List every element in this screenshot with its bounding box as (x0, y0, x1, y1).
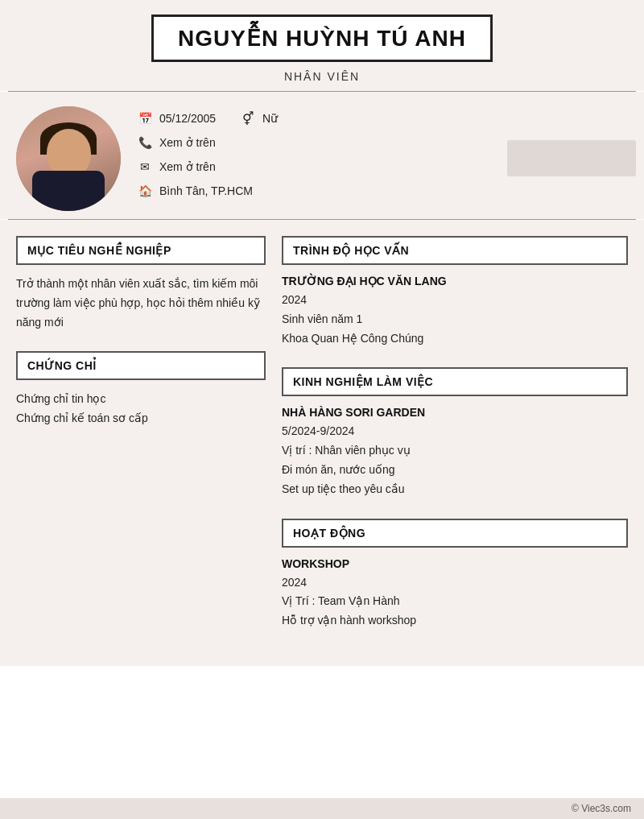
avatar-inner (16, 106, 121, 211)
info-section: 📅 05/12/2005 ⚥ Nữ 📞 Xem ở trên ✉ Xem ở t… (0, 92, 644, 219)
footer-text: © Viec3s.com (572, 803, 631, 814)
activity-role: Vị Trí : Team Vận Hành (282, 592, 628, 611)
career-goal-body: Trở thành một nhân viên xuất sắc, tìm ki… (16, 275, 266, 332)
school-major: Khoa Quan Hệ Công Chúng (282, 329, 628, 349)
certificate-section: CHỨNG CHỈ Chứng chỉ tin học Chứng chỉ kế… (16, 351, 266, 428)
address-icon: 🏠 (137, 183, 153, 199)
experience-header: KINH NGHIỆM LÀM VIỆC (282, 367, 628, 396)
cert-item-1: Chứng chỉ tin học (16, 390, 266, 409)
gender-value: Nữ (262, 112, 278, 125)
avatar-face (47, 129, 91, 177)
activity-section: HOẠT ĐỘNG WORKSHOP 2024 Vị Trí : Team Vậ… (282, 519, 628, 631)
email-icon: ✉ (137, 159, 153, 175)
company-duty-1: Đi món ăn, nước uống (282, 461, 628, 480)
school-name: TRƯỜNG ĐẠI HỌC VĂN LANG (282, 275, 628, 287)
dob-value: 05/12/2005 (159, 112, 216, 125)
school-year: 2024 (282, 291, 628, 310)
address-value: Bình Tân, TP.HCM (159, 184, 253, 197)
candidate-title: NHÂN VIÊN (16, 70, 628, 83)
company-position: Vị trí : Nhân viên phục vụ (282, 441, 628, 461)
main-content: MỤC TIÊU NGHỀ NGHIỆP Trở thành một nhân … (0, 220, 644, 666)
phone-value: Xem ở trên (159, 136, 216, 149)
gender-row: ⚥ Nữ (240, 110, 278, 126)
footer: © Viec3s.com (0, 798, 644, 819)
gender-icon: ⚥ (240, 110, 256, 126)
career-goal-header: MỤC TIÊU NGHỀ NGHIỆP (16, 236, 266, 265)
left-column: MỤC TIÊU NGHỀ NGHIỆP Trở thành một nhân … (16, 236, 282, 650)
avatar-body (32, 171, 105, 211)
phone-icon: 📞 (137, 134, 153, 151)
dob-row: 📅 05/12/2005 (137, 110, 216, 126)
activity-desc: Hỗ trợ vận hành workshop (282, 611, 628, 631)
decorative-box (507, 140, 636, 176)
certificate-header: CHỨNG CHỈ (16, 351, 266, 380)
company-name: NHÀ HÀNG SORI GARDEN (282, 406, 628, 419)
company-duty-2: Set up tiệc theo yêu cầu (282, 480, 628, 499)
calendar-icon: 📅 (137, 110, 153, 126)
activity-year: 2024 (282, 573, 628, 593)
email-value: Xem ở trên (159, 160, 216, 173)
school-level: Sinh viên năm 1 (282, 310, 628, 329)
name-box: NGUYỄN HUỲNH TÚ ANH (151, 14, 493, 62)
cert-item-2: Chứng chỉ kế toán sơ cấp (16, 409, 266, 428)
experience-section: KINH NGHIỆM LÀM VIỆC NHÀ HÀNG SORI GARDE… (282, 367, 628, 498)
right-column: TRÌNH ĐỘ HỌC VẤN TRƯỜNG ĐẠI HỌC VĂN LANG… (282, 236, 628, 650)
career-goal-section: MỤC TIÊU NGHỀ NGHIỆP Trở thành một nhân … (16, 236, 266, 332)
certificate-body: Chứng chỉ tin học Chứng chỉ kế toán sơ c… (16, 390, 266, 428)
header-section: NGUYỄN HUỲNH TÚ ANH NHÂN VIÊN (0, 0, 644, 91)
info-row-dob-gender: 📅 05/12/2005 ⚥ Nữ (137, 110, 628, 134)
company-period: 5/2024-9/2024 (282, 422, 628, 441)
education-section: TRÌNH ĐỘ HỌC VẤN TRƯỜNG ĐẠI HỌC VĂN LANG… (282, 236, 628, 348)
activity-header: HOẠT ĐỘNG (282, 519, 628, 548)
education-header: TRÌNH ĐỘ HỌC VẤN (282, 236, 628, 265)
avatar-wrap (16, 106, 121, 211)
avatar (16, 106, 121, 211)
address-row: 🏠 Bình Tân, TP.HCM (137, 183, 628, 199)
activity-name: WORKSHOP (282, 557, 628, 570)
candidate-name: NGUYỄN HUỲNH TÚ ANH (178, 25, 466, 52)
